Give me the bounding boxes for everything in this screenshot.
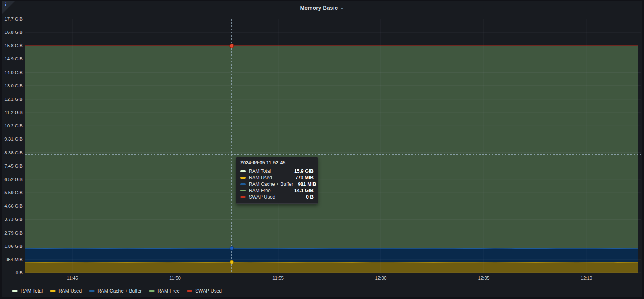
legend-color-swatch [50,290,56,292]
grafana-panel-screenshot: i Memory Basic ⌄ 0 B954 MiB1.86 GiB2.79 … [0,0,644,299]
legend-label: RAM Total [21,288,43,294]
legend-label: RAM Free [157,288,180,294]
legend-item[interactable]: RAM Used [50,288,82,294]
hover-tooltip: 2024-06-05 11:52:45 RAM Total15.9 GiBRAM… [236,157,318,204]
legend-label: RAM Used [58,288,82,294]
hover-point [230,260,233,264]
y-axis-tick-label: 6.52 GiB [2,177,23,182]
y-axis-tick-label: 11.2 GiB [2,110,23,115]
series-color-swatch [240,190,246,191]
tooltip-row: RAM Total15.9 GiB [240,168,314,174]
ram-used-line [25,262,638,262]
y-axis-tick-label: 2.79 GiB [2,230,23,235]
series-color-swatch [240,170,246,172]
x-axis-tick-label: 12:05 [478,276,490,280]
y-axis-tick-label: 954 MiB [2,257,23,262]
legend-color-swatch [149,290,155,292]
series-color-swatch [240,183,246,185]
x-axis-tick-label: 11:50 [169,276,181,280]
legend-item[interactable]: SWAP Used [187,288,222,294]
x-axis-tick-label: 12:00 [375,276,387,280]
legend-label: SWAP Used [195,288,222,294]
tooltip-series-label: SWAP Used [249,194,301,200]
y-axis-tick-label: 15.8 GiB [2,43,23,48]
tooltip-series-label: RAM Total [249,168,289,174]
y-axis-tick-label: 13.0 GiB [2,83,23,88]
plot-area[interactable] [0,0,644,299]
tooltip-row: RAM Free14.1 GiB [240,187,314,194]
legend-item[interactable]: RAM Total [12,288,43,294]
tooltip-series-label: RAM Cache + Buffer [249,181,293,187]
y-axis-tick-label: 7.45 GiB [2,164,23,168]
legend-item[interactable]: RAM Cache + Buffer [89,288,142,294]
ram-cache-buffer-line [25,248,638,249]
hover-point [230,44,234,48]
tooltip-row: RAM Used770 MiB [240,174,314,181]
legend: RAM TotalRAM UsedRAM Cache + BufferRAM F… [12,288,222,294]
legend-color-swatch [187,290,192,292]
legend-color-swatch [12,290,18,292]
ram-cache-buffer-area [25,248,638,262]
ram-used-area [25,262,638,273]
y-axis-tick-label: 14.0 GiB [2,70,23,75]
legend-color-swatch [89,290,95,292]
x-axis-tick-label: 12:10 [581,276,592,280]
tooltip-timestamp: 2024-06-05 11:52:45 [240,160,314,166]
y-axis-tick-label: 4.66 GiB [2,203,23,208]
y-axis-tick-label: 0 B [2,270,23,275]
ram-free-area [25,46,638,249]
tooltip-series-value: 14.1 GiB [294,188,314,193]
hover-point [230,247,233,250]
series-color-swatch [240,196,246,198]
legend-item[interactable]: RAM Free [149,288,180,294]
y-axis-tick-label: 10.2 GiB [2,123,23,128]
y-axis-tick-label: 12.1 GiB [2,97,23,102]
x-axis-tick-label: 11:45 [67,276,78,280]
y-axis-tick-label: 5.59 GiB [2,190,23,195]
y-axis-tick-label: 3.73 GiB [2,217,23,222]
y-axis-tick-label: 14.9 GiB [2,56,23,61]
y-axis-tick-label: 8.38 GiB [2,150,23,155]
tooltip-series-value: 770 MiB [295,175,314,181]
y-axis-tick-label: 16.8 GiB [2,30,23,35]
tooltip-row: SWAP Used0 B [240,194,314,200]
tooltip-series-value: 0 B [306,194,314,200]
y-axis-tick-label: 9.31 GiB [2,137,23,141]
x-axis-tick-label: 11:55 [272,276,284,280]
series-color-swatch [240,177,246,179]
tooltip-series-label: RAM Free [249,188,289,193]
tooltip-row: RAM Cache + Buffer981 MiB [240,181,314,187]
tooltip-series-value: 981 MiB [298,181,316,187]
y-axis-tick-label: 17.7 GiB [2,17,23,21]
tooltip-series-value: 15.9 GiB [294,168,314,174]
tooltip-series-label: RAM Used [249,175,291,181]
y-axis-tick-label: 1.86 GiB [2,244,23,249]
legend-label: RAM Cache + Buffer [97,288,142,294]
